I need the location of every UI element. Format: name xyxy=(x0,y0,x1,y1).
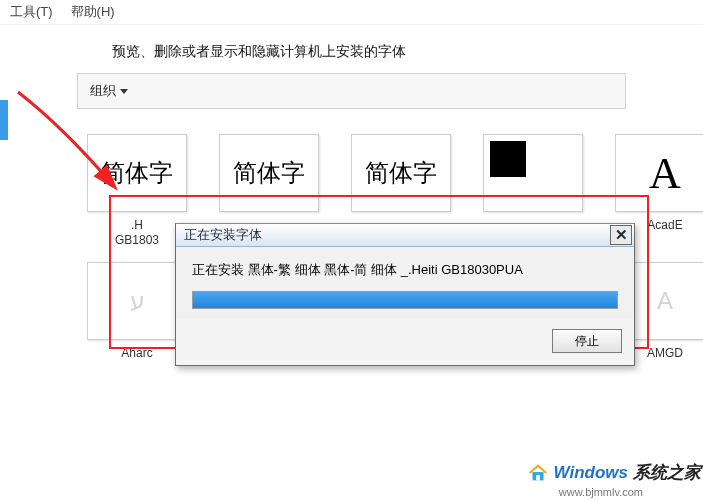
font-caption: Aharc xyxy=(121,346,152,361)
close-button[interactable]: ✕ xyxy=(610,225,632,245)
sidebar-accent xyxy=(0,100,8,140)
chevron-down-icon xyxy=(120,89,128,94)
font-preview: 简体字 xyxy=(219,134,319,212)
menu-help[interactable]: 帮助(H) xyxy=(71,3,115,21)
font-caption: .H GB1803 xyxy=(115,218,159,248)
font-preview: ע xyxy=(87,262,187,340)
dialog-title-text: 正在安装字体 xyxy=(184,226,262,244)
organize-label: 组织 xyxy=(90,82,116,100)
house-icon xyxy=(527,462,549,484)
svg-rect-0 xyxy=(532,472,543,480)
font-caption: AMGD xyxy=(647,346,683,361)
font-preview: 简体字 xyxy=(87,134,187,212)
dialog-body: 正在安装 黑体-繁 细体 黑体-简 细体 _.Heiti GB18030PUA xyxy=(176,247,634,319)
organize-button[interactable]: 组织 xyxy=(90,82,128,100)
install-message: 正在安装 黑体-繁 细体 黑体-简 细体 _.Heiti GB18030PUA xyxy=(192,261,618,279)
page-description: 预览、删除或者显示和隐藏计算机上安装的字体 xyxy=(0,25,703,73)
watermark-brand: Windows系统之家 xyxy=(527,461,701,484)
dialog-button-row: 停止 xyxy=(176,319,634,365)
toolbar: 组织 xyxy=(77,73,626,109)
close-icon: ✕ xyxy=(615,226,628,244)
install-font-dialog: 正在安装字体 ✕ 正在安装 黑体-繁 细体 黑体-简 细体 _.Heiti GB… xyxy=(175,223,635,366)
progress-fill xyxy=(193,292,617,308)
font-preview xyxy=(483,134,583,212)
menu-tools[interactable]: 工具(T) xyxy=(10,3,53,21)
font-caption: AcadE xyxy=(647,218,682,233)
dialog-titlebar: 正在安装字体 ✕ xyxy=(176,224,634,247)
font-preview: A xyxy=(615,134,703,212)
watermark-url: www.bjmmlv.com xyxy=(559,486,643,498)
progress-bar xyxy=(192,291,618,309)
font-preview: 简体字 xyxy=(351,134,451,212)
stop-button[interactable]: 停止 xyxy=(552,329,622,353)
watermark-text-black: 系统之家 xyxy=(633,461,701,484)
svg-rect-1 xyxy=(536,474,540,480)
menu-bar: 工具(T) 帮助(H) xyxy=(0,0,703,25)
watermark-text-blue: Windows xyxy=(554,463,628,483)
